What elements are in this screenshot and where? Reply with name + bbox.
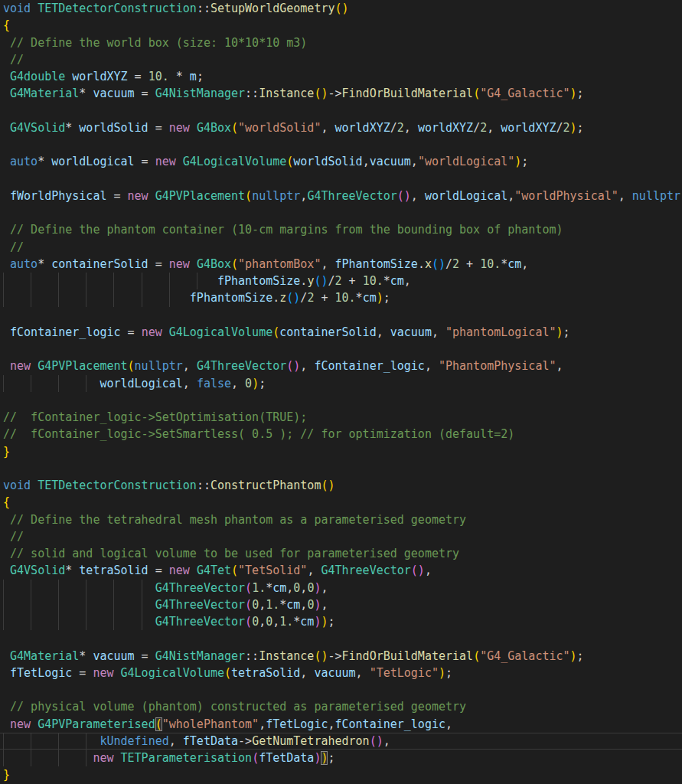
code-line[interactable]: // Define the world box (size: 10*10*10 … <box>0 34 682 51</box>
code-line[interactable]: { <box>0 17 682 34</box>
code-token-variable: tetraSolid <box>231 666 300 680</box>
code-line[interactable] <box>0 681 682 698</box>
code-token-plain <box>31 479 38 492</box>
code-token-variable: worldSolid <box>79 121 148 135</box>
code-token-variable: worldLogical <box>51 155 134 168</box>
code-token-type: G4ThreeVector <box>155 615 245 629</box>
code-token-plain: * <box>169 70 190 83</box>
code-line[interactable]: G4VSolid* worldSolid = new G4Box("worldS… <box>0 119 682 136</box>
code-line[interactable] <box>0 307 682 324</box>
code-line[interactable]: G4double worldXYZ = 10. * m; <box>0 68 682 85</box>
code-line[interactable] <box>0 136 682 153</box>
code-token-bracket1: { <box>3 18 10 32</box>
code-comment: // Define the tetrahedral mesh phantom a… <box>3 513 466 527</box>
code-line[interactable]: // solid and logical volume to be used f… <box>0 545 682 562</box>
code-token-plain <box>114 751 121 765</box>
code-line[interactable]: // fContainer_logic->SetSmartless( 0.5 )… <box>0 426 682 443</box>
code-token-plain: , <box>383 734 390 748</box>
code-token-plain: , <box>356 666 370 680</box>
code-token-plain: * <box>501 257 507 271</box>
code-line[interactable]: // physical volume (phantom) constructed… <box>0 698 682 715</box>
code-token-plain <box>3 325 10 339</box>
code-line[interactable]: fContainer_logic = new G4LogicalVolume(c… <box>0 324 682 341</box>
code-token-type: G4LogicalVolume <box>169 325 272 339</box>
code-token-variable: cm <box>286 598 300 612</box>
code-token-plain: -> <box>328 87 341 100</box>
code-line[interactable]: fPhantomSize.z()/2 + 10.*cm); <box>0 289 682 306</box>
code-token-function: FindOrBuildMaterial <box>342 649 474 663</box>
code-line[interactable]: fWorldPhysical = new G4PVPlacement(nullp… <box>0 188 682 204</box>
code-token-bracket1: ( <box>286 155 293 168</box>
code-line-current[interactable]: kUndefined, fTetData->GetNumTetrahedron(… <box>0 733 682 750</box>
code-line[interactable]: worldLogical, false, 0); <box>0 375 682 392</box>
code-line[interactable] <box>0 392 682 409</box>
code-line[interactable] <box>0 204 682 221</box>
code-token-bracket1: ( <box>473 649 480 663</box>
code-line[interactable]: new G4PVPlacement(nullptr, G4ThreeVector… <box>0 358 682 374</box>
code-line[interactable]: // <box>0 239 682 256</box>
code-token-plain: + <box>314 291 334 305</box>
code-line[interactable]: } <box>0 766 682 783</box>
code-line[interactable]: auto* containerSolid = new G4Box("phanto… <box>0 256 682 273</box>
code-token-bracket2: () <box>397 189 411 203</box>
code-line[interactable]: G4ThreeVector(0,0,1.*cm)); <box>0 613 682 630</box>
code-token-variable: worldLogical <box>100 377 182 390</box>
code-token-variable: m <box>190 70 197 83</box>
code-token-string: "TetSolid" <box>238 564 307 577</box>
code-token-control: new <box>155 155 176 168</box>
code-token-bracket1: ) <box>377 291 383 305</box>
code-line[interactable]: // <box>0 528 682 545</box>
code-line[interactable]: G4ThreeVector(0,1.*cm,0), <box>0 596 682 613</box>
code-token-number: 2 <box>452 257 459 271</box>
code-token-plain <box>3 734 100 748</box>
code-line[interactable] <box>0 171 682 188</box>
code-line[interactable]: { <box>0 494 682 511</box>
code-line[interactable]: // Define the tetrahedral mesh phantom a… <box>0 511 682 528</box>
code-token-number: 1. <box>279 615 293 629</box>
code-line[interactable]: G4Material* vacuum = G4NistManager::Inst… <box>0 85 682 102</box>
code-editor[interactable]: void TETDetectorConstruction::SetupWorld… <box>0 0 682 784</box>
code-token-bracket3: () <box>314 274 328 288</box>
code-token-plain: , <box>300 666 314 680</box>
code-token-plain: , <box>411 155 418 168</box>
code-line[interactable]: fTetLogic = new G4LogicalVolume(tetraSol… <box>0 665 682 681</box>
code-token-control: new <box>128 189 148 203</box>
code-line[interactable]: } <box>0 443 682 460</box>
code-token-plain: , <box>321 581 328 595</box>
code-line[interactable] <box>0 630 682 647</box>
code-line[interactable]: G4Material* vacuum = G4NistManager::Inst… <box>0 648 682 665</box>
code-line[interactable]: // fContainer_logic->SetOptimisation(TRU… <box>0 409 682 426</box>
code-line[interactable]: void TETDetectorConstruction::SetupWorld… <box>0 0 682 17</box>
code-token-bracket1: () <box>314 87 328 100</box>
code-line[interactable]: // Define the phantom container (10-cm m… <box>0 221 682 238</box>
code-line[interactable]: new G4PVParameterised("wholePhantom",fTe… <box>0 716 682 733</box>
code-token-function: Instance <box>259 87 314 100</box>
code-line[interactable] <box>0 103 682 119</box>
code-token-variable: cm <box>300 615 314 629</box>
code-token-variable: worldLogical <box>425 189 507 203</box>
code-line[interactable] <box>0 460 682 477</box>
code-token-variable: fPhantomSize <box>190 291 272 305</box>
code-token-plain <box>176 155 183 168</box>
code-line[interactable]: auto* worldLogical = new G4LogicalVolume… <box>0 153 682 170</box>
code-line[interactable] <box>0 341 682 358</box>
code-line[interactable]: G4ThreeVector(1.*cm,0,0), <box>0 580 682 596</box>
code-token-keyword: auto <box>10 257 38 271</box>
code-token-plain <box>3 598 155 612</box>
code-line[interactable]: fPhantomSize.y()/2 + 10.*cm, <box>0 273 682 289</box>
code-token-string: "G4_Galactic" <box>480 87 569 100</box>
code-comment: // Define the phantom container (10-cm m… <box>3 223 563 237</box>
code-token-control: new <box>142 325 162 339</box>
code-line[interactable]: void TETDetectorConstruction::ConstructP… <box>0 477 682 494</box>
code-line[interactable]: new TETParameterisation(fTetData)); <box>0 750 682 766</box>
code-line[interactable]: // <box>0 51 682 68</box>
code-token-plain: , <box>425 564 432 577</box>
code-token-number: 2 <box>335 274 342 288</box>
code-token-number: 10. <box>148 70 169 83</box>
code-token-bracket1: ) <box>439 666 445 680</box>
code-token-variable: vacuum <box>314 666 355 680</box>
code-token-plain: :: <box>197 2 210 15</box>
code-token-plain: . <box>418 257 425 271</box>
code-line[interactable]: G4VSolid* tetraSolid = new G4Tet("TetSol… <box>0 562 682 579</box>
code-token-variable: tetraSolid <box>79 564 148 577</box>
